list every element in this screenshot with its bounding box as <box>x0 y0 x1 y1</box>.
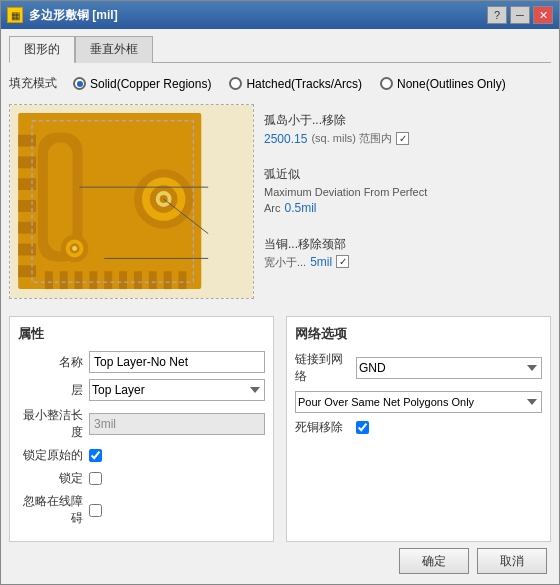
tab-graphics[interactable]: 图形的 <box>9 36 75 63</box>
layer-select[interactable]: Top Layer Bottom Layer <box>89 379 265 401</box>
island-value: 2500.15 <box>264 132 307 146</box>
radio-none-input[interactable] <box>380 77 393 90</box>
window-title: 多边形敷铜 [mil] <box>29 7 118 24</box>
lock-checkbox[interactable] <box>89 472 102 485</box>
radio-hatched-label: Hatched(Tracks/Arcs) <box>246 77 362 91</box>
copper-value: 5mil <box>310 255 332 269</box>
svg-rect-3 <box>18 135 36 147</box>
arc-annotation: 弧近似 Maximum Deviation From Perfect Arc 0… <box>264 166 551 216</box>
name-input[interactable] <box>89 351 265 373</box>
svg-rect-6 <box>18 200 36 212</box>
island-title: 孤岛小于...移除 <box>264 112 346 129</box>
footer: 确定 取消 <box>9 542 551 576</box>
svg-rect-5 <box>18 178 36 190</box>
svg-point-30 <box>72 246 77 251</box>
arc-row: Arc 0.5mil <box>264 201 551 215</box>
tab-bar: 图形的 垂直外框 <box>9 35 551 63</box>
name-label: 名称 <box>18 354 83 371</box>
arc-value: 0.5mil <box>285 201 317 215</box>
arc-desc1: Maximum Deviation From Perfect <box>264 185 551 199</box>
pcb-preview <box>9 104 254 299</box>
properties-title: 属性 <box>18 325 265 343</box>
middle-section: 孤岛小于...移除 2500.15 (sq. mils) 范围内 弧近似 Max… <box>9 104 551 308</box>
pour-row: Pour Over Same Net Polygons Only Pour Ov… <box>295 391 542 413</box>
annotations: 孤岛小于...移除 2500.15 (sq. mils) 范围内 弧近似 Max… <box>264 104 551 308</box>
fill-mode-label: 填充模式 <box>9 75 57 92</box>
copper-title: 当铜...移除颈部 <box>264 236 551 253</box>
svg-rect-20 <box>119 271 127 289</box>
svg-rect-23 <box>164 271 172 289</box>
layer-row: 层 Top Layer Bottom Layer <box>18 379 265 401</box>
cancel-button[interactable]: 取消 <box>477 548 547 574</box>
title-bar: ▦ 多边形敷铜 [mil] ? ─ ✕ <box>1 1 559 29</box>
copper-checkbox[interactable] <box>336 255 349 268</box>
ignore-label: 忽略在线障碍 <box>18 493 83 527</box>
svg-rect-22 <box>149 271 157 289</box>
radio-none-label: None(Outlines Only) <box>397 77 506 91</box>
connect-net-row: 链接到网络 GND VCC NET1 <box>295 351 542 385</box>
ignore-row: 忽略在线障碍 <box>18 493 265 527</box>
copper-desc: 宽小于... <box>264 255 306 269</box>
bottom-section: 属性 名称 层 Top Layer Bottom Layer 最小整洁长度 <box>9 316 551 542</box>
copper-annotation: 当铜...移除颈部 宽小于... 5mil <box>264 236 551 269</box>
svg-rect-18 <box>89 271 97 289</box>
name-row: 名称 <box>18 351 265 373</box>
island-unit: (sq. mils) 范围内 <box>311 131 392 146</box>
svg-rect-16 <box>60 271 68 289</box>
properties-panel: 属性 名称 层 Top Layer Bottom Layer 最小整洁长度 <box>9 316 274 542</box>
layer-label: 层 <box>18 382 83 399</box>
main-window: ▦ 多边形敷铜 [mil] ? ─ ✕ 图形的 垂直外框 填充模式 Solid(… <box>0 0 560 585</box>
connect-select[interactable]: GND VCC NET1 <box>356 357 542 379</box>
close-button[interactable]: ✕ <box>533 6 553 24</box>
min-length-input[interactable] <box>89 413 265 435</box>
min-length-label: 最小整洁长度 <box>18 407 83 441</box>
copper-row: 宽小于... 5mil <box>264 255 551 269</box>
dead-copper-checkbox[interactable] <box>356 421 369 434</box>
title-left: ▦ 多边形敷铜 [mil] <box>7 7 118 24</box>
dead-copper-row: 死铜移除 <box>295 419 542 436</box>
network-panel: 网络选项 链接到网络 GND VCC NET1 Pour Over Same N… <box>286 316 551 542</box>
title-icon: ▦ <box>7 7 23 23</box>
network-title: 网络选项 <box>295 325 542 343</box>
connect-label: 链接到网络 <box>295 351 350 385</box>
ignore-checkbox[interactable] <box>89 504 102 517</box>
content-area: 图形的 垂直外框 填充模式 Solid(Copper Regions) Hatc… <box>1 29 559 584</box>
lock-row: 锁定 <box>18 470 265 487</box>
lock-original-row: 锁定原始的 <box>18 447 265 464</box>
dead-copper-label: 死铜移除 <box>295 419 350 436</box>
radio-none[interactable]: None(Outlines Only) <box>380 77 506 91</box>
radio-solid[interactable]: Solid(Copper Regions) <box>73 77 211 91</box>
help-button[interactable]: ? <box>487 6 507 24</box>
svg-rect-21 <box>134 271 142 289</box>
svg-rect-19 <box>104 271 112 289</box>
arc-desc2: Arc <box>264 201 281 215</box>
svg-rect-17 <box>75 271 83 289</box>
radio-solid-input[interactable] <box>73 77 86 90</box>
svg-rect-26 <box>48 143 73 252</box>
svg-rect-24 <box>179 271 187 289</box>
radio-solid-label: Solid(Copper Regions) <box>90 77 211 91</box>
svg-rect-4 <box>18 156 36 168</box>
title-controls: ? ─ ✕ <box>487 6 553 24</box>
radio-hatched[interactable]: Hatched(Tracks/Arcs) <box>229 77 362 91</box>
lock-label: 锁定 <box>18 470 83 487</box>
minimize-button[interactable]: ─ <box>510 6 530 24</box>
pour-select[interactable]: Pour Over Same Net Polygons Only Pour Ov… <box>295 391 542 413</box>
island-checkbox[interactable] <box>396 132 409 145</box>
island-annotation: 孤岛小于...移除 2500.15 (sq. mils) 范围内 <box>264 112 551 146</box>
min-length-row: 最小整洁长度 <box>18 407 265 441</box>
fill-mode-options: Solid(Copper Regions) Hatched(Tracks/Arc… <box>73 77 506 91</box>
ok-button[interactable]: 确定 <box>399 548 469 574</box>
lock-original-checkbox[interactable] <box>89 449 102 462</box>
svg-rect-8 <box>18 244 36 256</box>
island-row: 2500.15 (sq. mils) 范围内 <box>264 131 551 146</box>
svg-rect-9 <box>18 265 36 277</box>
arc-title: 弧近似 <box>264 166 551 183</box>
svg-rect-7 <box>18 222 36 234</box>
svg-rect-15 <box>45 271 53 289</box>
tab-vertical[interactable]: 垂直外框 <box>75 36 153 63</box>
lock-original-label: 锁定原始的 <box>18 447 83 464</box>
radio-hatched-input[interactable] <box>229 77 242 90</box>
fill-mode-section: 填充模式 Solid(Copper Regions) Hatched(Track… <box>9 71 551 96</box>
